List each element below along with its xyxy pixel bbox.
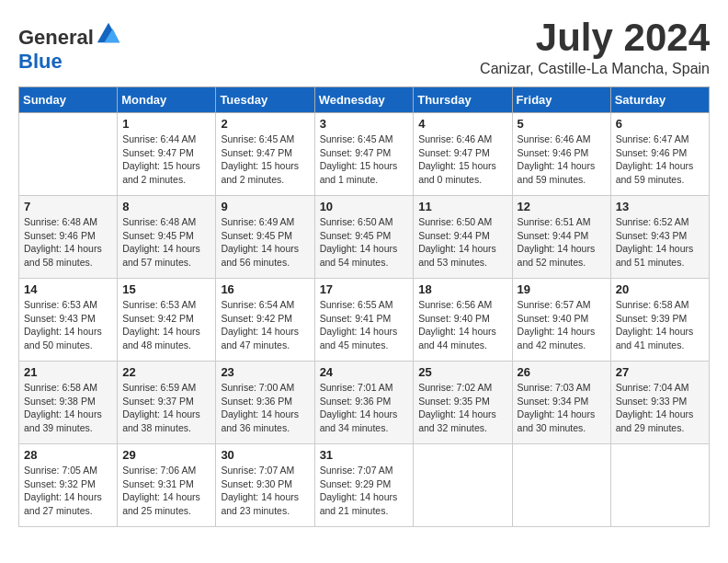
day-number: 25 bbox=[418, 365, 506, 379]
page-header: General Blue July 2024 Canizar, Castille… bbox=[18, 18, 710, 77]
day-number: 19 bbox=[518, 282, 606, 296]
day-info: Sunrise: 6:46 AMSunset: 9:47 PMDaylight:… bbox=[418, 132, 506, 187]
logo-blue: Blue bbox=[18, 50, 63, 73]
day-info: Sunrise: 6:58 AMSunset: 9:39 PMDaylight:… bbox=[616, 298, 704, 352]
day-number: 11 bbox=[418, 200, 506, 213]
day-number: 24 bbox=[320, 365, 409, 379]
calendar-cell: 17Sunrise: 6:55 AMSunset: 9:41 PMDayligh… bbox=[314, 279, 414, 362]
day-info: Sunrise: 6:48 AMSunset: 9:45 PMDaylight:… bbox=[122, 215, 210, 270]
logo-text: General Blue bbox=[18, 18, 121, 74]
month-title: July 2024 bbox=[480, 18, 710, 57]
day-info: Sunrise: 7:07 AMSunset: 9:30 PMDaylight:… bbox=[221, 464, 309, 518]
calendar-cell: 9Sunrise: 6:49 AMSunset: 9:45 PMDaylight… bbox=[216, 196, 314, 279]
calendar-cell bbox=[19, 113, 118, 196]
calendar-cell: 14Sunrise: 6:53 AMSunset: 9:43 PMDayligh… bbox=[19, 279, 118, 362]
day-number: 7 bbox=[24, 200, 112, 213]
day-info: Sunrise: 7:05 AMSunset: 9:32 PMDaylight:… bbox=[24, 464, 112, 518]
day-info: Sunrise: 6:46 AMSunset: 9:46 PMDaylight:… bbox=[518, 132, 606, 187]
day-info: Sunrise: 7:03 AMSunset: 9:34 PMDaylight:… bbox=[518, 381, 606, 435]
logo: General Blue bbox=[18, 18, 121, 74]
calendar-cell: 1Sunrise: 6:44 AMSunset: 9:47 PMDaylight… bbox=[118, 113, 216, 196]
day-info: Sunrise: 7:07 AMSunset: 9:29 PMDaylight:… bbox=[320, 464, 409, 518]
calendar-week-row: 7Sunrise: 6:48 AMSunset: 9:46 PMDaylight… bbox=[19, 196, 710, 279]
calendar-cell: 24Sunrise: 7:01 AMSunset: 9:36 PMDayligh… bbox=[314, 362, 414, 444]
calendar-cell: 15Sunrise: 6:53 AMSunset: 9:42 PMDayligh… bbox=[118, 279, 216, 362]
day-number: 13 bbox=[616, 200, 704, 213]
day-info: Sunrise: 7:01 AMSunset: 9:36 PMDaylight:… bbox=[320, 381, 409, 435]
day-info: Sunrise: 6:45 AMSunset: 9:47 PMDaylight:… bbox=[221, 132, 309, 187]
day-number: 15 bbox=[122, 282, 210, 296]
calendar-cell: 20Sunrise: 6:58 AMSunset: 9:39 PMDayligh… bbox=[610, 279, 709, 362]
day-info: Sunrise: 6:57 AMSunset: 9:40 PMDaylight:… bbox=[518, 298, 606, 352]
weekday-header-saturday: Saturday bbox=[610, 87, 709, 113]
day-info: Sunrise: 6:59 AMSunset: 9:37 PMDaylight:… bbox=[122, 381, 210, 435]
day-number: 21 bbox=[24, 365, 112, 379]
calendar-cell: 26Sunrise: 7:03 AMSunset: 9:34 PMDayligh… bbox=[512, 362, 610, 444]
day-number: 26 bbox=[518, 365, 606, 379]
calendar-cell: 5Sunrise: 6:46 AMSunset: 9:46 PMDaylight… bbox=[512, 113, 610, 196]
day-number: 20 bbox=[616, 282, 704, 296]
calendar-cell bbox=[610, 444, 709, 527]
day-number: 6 bbox=[616, 117, 704, 131]
day-info: Sunrise: 6:48 AMSunset: 9:46 PMDaylight:… bbox=[24, 215, 112, 270]
day-info: Sunrise: 6:56 AMSunset: 9:40 PMDaylight:… bbox=[418, 298, 506, 352]
day-number: 17 bbox=[320, 282, 409, 296]
weekday-header-monday: Monday bbox=[118, 87, 216, 113]
weekday-header-thursday: Thursday bbox=[414, 87, 512, 113]
day-number: 3 bbox=[320, 117, 409, 131]
day-info: Sunrise: 6:50 AMSunset: 9:44 PMDaylight:… bbox=[418, 215, 506, 270]
day-number: 8 bbox=[122, 200, 210, 213]
day-info: Sunrise: 7:04 AMSunset: 9:33 PMDaylight:… bbox=[616, 381, 704, 435]
calendar-cell: 6Sunrise: 6:47 AMSunset: 9:46 PMDaylight… bbox=[610, 113, 709, 196]
day-number: 12 bbox=[518, 200, 606, 213]
day-number: 22 bbox=[122, 365, 210, 379]
day-info: Sunrise: 6:53 AMSunset: 9:43 PMDaylight:… bbox=[24, 298, 112, 352]
day-number: 31 bbox=[320, 448, 409, 462]
calendar-cell: 27Sunrise: 7:04 AMSunset: 9:33 PMDayligh… bbox=[610, 362, 709, 444]
day-number: 10 bbox=[320, 200, 409, 213]
day-number: 28 bbox=[24, 448, 112, 462]
weekday-header-sunday: Sunday bbox=[19, 87, 118, 113]
calendar-cell: 18Sunrise: 6:56 AMSunset: 9:40 PMDayligh… bbox=[414, 279, 512, 362]
day-number: 16 bbox=[221, 282, 309, 296]
day-number: 29 bbox=[122, 448, 210, 462]
day-info: Sunrise: 6:51 AMSunset: 9:44 PMDaylight:… bbox=[518, 215, 606, 270]
calendar-cell bbox=[414, 444, 512, 527]
calendar-cell bbox=[512, 444, 610, 527]
calendar-table: SundayMondayTuesdayWednesdayThursdayFrid… bbox=[18, 86, 710, 527]
day-info: Sunrise: 6:49 AMSunset: 9:45 PMDaylight:… bbox=[221, 215, 309, 270]
day-info: Sunrise: 6:58 AMSunset: 9:38 PMDaylight:… bbox=[24, 381, 112, 435]
calendar-cell: 8Sunrise: 6:48 AMSunset: 9:45 PMDaylight… bbox=[118, 196, 216, 279]
day-info: Sunrise: 6:47 AMSunset: 9:46 PMDaylight:… bbox=[616, 132, 704, 187]
calendar-cell: 4Sunrise: 6:46 AMSunset: 9:47 PMDaylight… bbox=[414, 113, 512, 196]
calendar-cell: 23Sunrise: 7:00 AMSunset: 9:36 PMDayligh… bbox=[216, 362, 314, 444]
calendar-cell: 13Sunrise: 6:52 AMSunset: 9:43 PMDayligh… bbox=[610, 196, 709, 279]
day-number: 30 bbox=[221, 448, 309, 462]
calendar-week-row: 1Sunrise: 6:44 AMSunset: 9:47 PMDaylight… bbox=[19, 113, 710, 196]
logo-general: General bbox=[18, 26, 94, 49]
day-info: Sunrise: 6:52 AMSunset: 9:43 PMDaylight:… bbox=[616, 215, 704, 270]
day-number: 4 bbox=[418, 117, 506, 131]
day-number: 9 bbox=[221, 200, 309, 213]
weekday-header-tuesday: Tuesday bbox=[216, 87, 314, 113]
calendar-cell: 12Sunrise: 6:51 AMSunset: 9:44 PMDayligh… bbox=[512, 196, 610, 279]
day-info: Sunrise: 6:55 AMSunset: 9:41 PMDaylight:… bbox=[320, 298, 409, 352]
day-number: 5 bbox=[518, 117, 606, 131]
day-info: Sunrise: 6:44 AMSunset: 9:47 PMDaylight:… bbox=[122, 132, 210, 187]
calendar-cell: 29Sunrise: 7:06 AMSunset: 9:31 PMDayligh… bbox=[118, 444, 216, 527]
calendar-cell: 19Sunrise: 6:57 AMSunset: 9:40 PMDayligh… bbox=[512, 279, 610, 362]
day-info: Sunrise: 6:53 AMSunset: 9:42 PMDaylight:… bbox=[122, 298, 210, 352]
day-info: Sunrise: 6:50 AMSunset: 9:45 PMDaylight:… bbox=[320, 215, 409, 270]
calendar-cell: 21Sunrise: 6:58 AMSunset: 9:38 PMDayligh… bbox=[19, 362, 118, 444]
day-info: Sunrise: 6:45 AMSunset: 9:47 PMDaylight:… bbox=[320, 132, 409, 187]
day-number: 27 bbox=[616, 365, 704, 379]
day-number: 23 bbox=[221, 365, 309, 379]
day-info: Sunrise: 7:06 AMSunset: 9:31 PMDaylight:… bbox=[122, 464, 210, 518]
day-number: 14 bbox=[24, 282, 112, 296]
calendar-week-row: 21Sunrise: 6:58 AMSunset: 9:38 PMDayligh… bbox=[19, 362, 710, 444]
day-number: 1 bbox=[122, 117, 210, 131]
weekday-header-wednesday: Wednesday bbox=[314, 87, 414, 113]
calendar-week-row: 14Sunrise: 6:53 AMSunset: 9:43 PMDayligh… bbox=[19, 279, 710, 362]
day-info: Sunrise: 7:00 AMSunset: 9:36 PMDaylight:… bbox=[221, 381, 309, 435]
calendar-cell: 16Sunrise: 6:54 AMSunset: 9:42 PMDayligh… bbox=[216, 279, 314, 362]
